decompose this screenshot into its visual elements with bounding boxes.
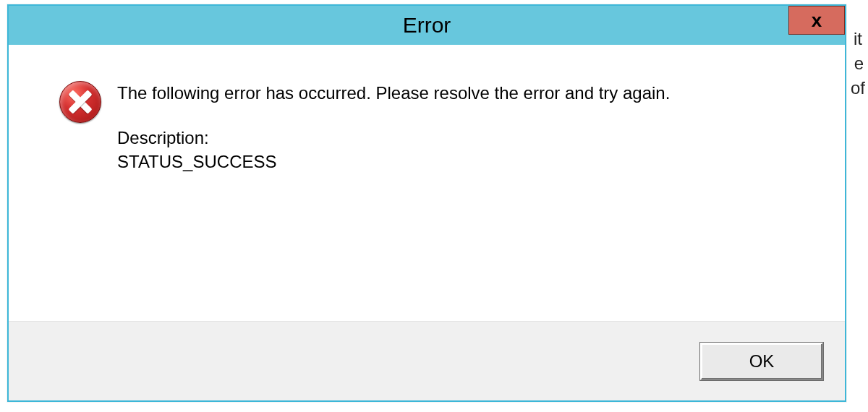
ok-button-label: OK: [749, 351, 775, 372]
ok-button[interactable]: OK: [700, 343, 823, 380]
dialog-content: The following error has occurred. Please…: [9, 45, 845, 321]
close-icon: x: [812, 11, 822, 30]
titlebar[interactable]: Error x: [9, 6, 845, 45]
background-text-fragment: it: [854, 29, 862, 49]
background-text-fragment: of: [851, 78, 865, 98]
dialog-footer: OK: [9, 321, 845, 400]
close-button[interactable]: x: [788, 6, 845, 35]
background-text-fragment: e: [854, 53, 864, 74]
error-icon: [59, 81, 101, 123]
description-value: STATUS_SUCCESS: [117, 150, 816, 174]
error-dialog: Error x The following error has occurred…: [7, 4, 846, 402]
error-message: The following error has occurred. Please…: [117, 81, 816, 106]
dialog-title: Error: [403, 13, 451, 38]
description-label: Description:: [117, 126, 816, 150]
